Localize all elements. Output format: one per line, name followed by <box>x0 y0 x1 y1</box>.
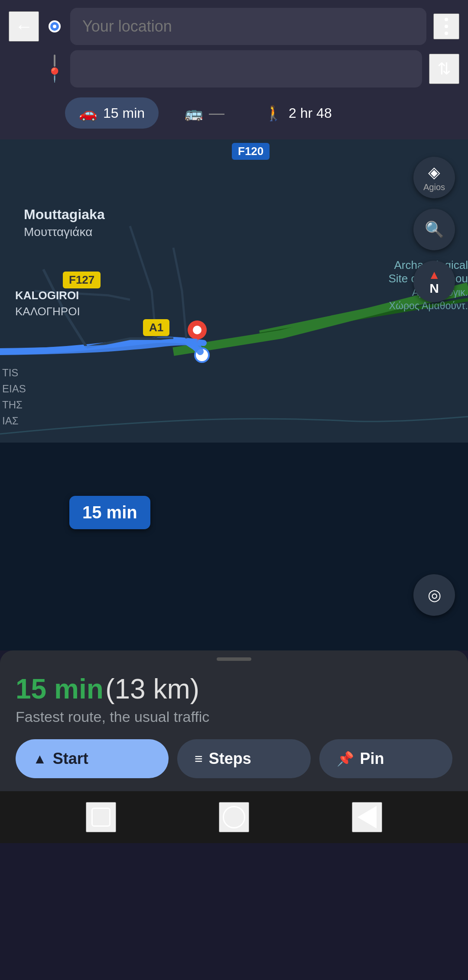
location-target-icon: ◎ <box>428 586 441 604</box>
origin-blue-dot <box>49 20 61 32</box>
search-map-button[interactable]: 🔍 <box>413 209 455 250</box>
destination-row: 📍 Gerrard's Kitchen Bar ⇅ <box>9 50 459 87</box>
android-home-button[interactable] <box>219 802 249 832</box>
route-time-row: 15 min (13 km) <box>16 673 452 705</box>
header: ← 📍 Gerrard's Kitchen Bar ⇅ 🚗 15 min <box>0 0 468 139</box>
panel-handle <box>217 657 251 661</box>
driving-mode-button[interactable]: 🚗 15 min <box>65 97 159 129</box>
transit-mode-button[interactable]: 🚌 — <box>171 97 238 129</box>
android-square-button[interactable] <box>86 802 116 832</box>
svg-rect-1 <box>0 443 468 650</box>
back-arrow-icon: ← <box>15 17 33 36</box>
walking-time-label: 2 hr 48 <box>289 105 332 121</box>
steps-icon: ≡ <box>195 751 203 767</box>
map-area[interactable]: Mouttagiaka Μουτταγιάκα KALOGIROI ΚΑΛΟΓΗ… <box>0 139 468 650</box>
bottom-panel: 15 min (13 km) Fastest route, the usual … <box>0 650 468 791</box>
start-nav-icon: ▲ <box>33 751 47 767</box>
back-button[interactable]: ← <box>9 11 39 42</box>
search-icon: 🔍 <box>425 220 444 239</box>
f120-badge: F120 <box>232 143 270 160</box>
pin-icon: 📌 <box>337 750 354 767</box>
circle-icon <box>223 806 245 828</box>
pin-route-button[interactable]: 📌 Pin <box>319 739 453 778</box>
car-icon: 🚗 <box>79 104 97 122</box>
square-icon <box>91 808 110 827</box>
compass-n-label: N <box>429 282 439 295</box>
origin-input[interactable] <box>70 8 426 45</box>
steps-button-label: Steps <box>209 750 251 768</box>
compass-arrow-icon: ▲ <box>428 268 440 282</box>
swap-icon: ⇅ <box>437 59 451 78</box>
layers-icon: ◈ <box>428 163 440 181</box>
transit-icon: 🚌 <box>185 104 203 122</box>
menu-dot-2 <box>445 25 448 28</box>
action-buttons: ▲ Start ≡ Steps 📌 Pin <box>16 739 452 778</box>
map-svg <box>0 139 468 650</box>
route-description: Fastest route, the usual traffic <box>16 708 452 725</box>
menu-dot-3 <box>445 32 448 35</box>
walking-mode-button[interactable]: 🚶 2 hr 48 <box>250 97 346 129</box>
destination-pin-icon: 📍 <box>46 67 63 83</box>
transit-time-label: — <box>209 104 224 122</box>
route-distance-value: (13 km) <box>105 673 199 705</box>
android-nav-bar <box>0 791 468 843</box>
android-back-button[interactable] <box>352 802 382 832</box>
origin-row: ← <box>9 8 459 45</box>
connector-line <box>54 55 55 67</box>
walking-icon: 🚶 <box>264 104 283 122</box>
route-duration-map-badge: 15 min <box>69 496 150 529</box>
swap-directions-button[interactable]: ⇅ <box>429 54 459 84</box>
pin-button-label: Pin <box>360 750 384 768</box>
triangle-back-icon <box>358 806 377 828</box>
my-location-button[interactable]: ◎ <box>413 574 455 616</box>
svg-point-4 <box>193 326 202 334</box>
driving-time-label: 15 min <box>103 105 145 121</box>
destination-dot-container: 📍 <box>46 55 63 83</box>
destination-input[interactable]: Gerrard's Kitchen Bar <box>70 50 422 87</box>
compass-button[interactable]: ▲ N <box>413 261 455 302</box>
route-time-label: 15 min <box>16 673 104 705</box>
a1-badge: A1 <box>143 319 169 336</box>
route-summary: 15 min (13 km) Fastest route, the usual … <box>16 673 452 725</box>
show-steps-button[interactable]: ≡ Steps <box>177 739 311 778</box>
origin-dot-container <box>46 20 63 32</box>
transport-mode-row: 🚗 15 min 🚌 — 🚶 2 hr 48 <box>9 93 459 133</box>
start-button-label: Start <box>53 750 88 768</box>
start-navigation-button[interactable]: ▲ Start <box>16 739 169 778</box>
layers-button[interactable]: ◈ Agios <box>413 157 455 198</box>
menu-dot-1 <box>445 18 448 21</box>
f127-badge: F127 <box>63 272 101 288</box>
duration-text: 15 min <box>82 503 137 522</box>
more-options-button[interactable] <box>433 13 459 39</box>
layers-label: Agios <box>423 182 445 192</box>
